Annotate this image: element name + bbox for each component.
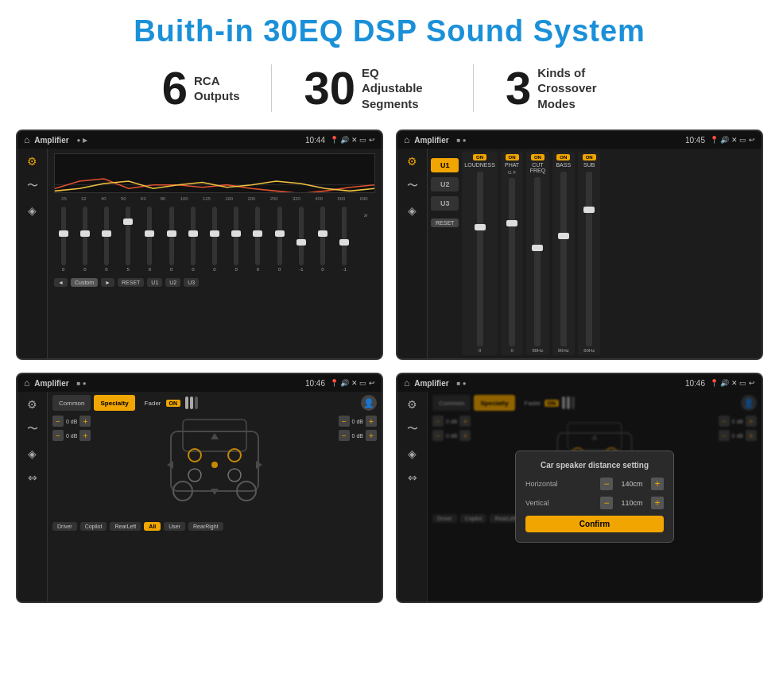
db-plus-3[interactable]: +: [366, 416, 377, 427]
speaker-status-dots: ■ ●: [77, 380, 87, 387]
ch-sub-on[interactable]: ON: [583, 154, 596, 160]
crossover-sidebar-eq-icon[interactable]: ⚙: [407, 155, 417, 168]
tab-row: Common Specialty Fader ON 👤: [52, 395, 377, 411]
dialog-horizontal-control: − 140cm +: [600, 478, 664, 490]
tab-common-btn[interactable]: Common: [52, 395, 91, 411]
dl-sidebar-wave-icon[interactable]: 〜: [407, 422, 418, 436]
db-plus-4[interactable]: +: [366, 430, 377, 441]
eq-slider-2[interactable]: 0: [76, 207, 94, 272]
dl-sidebar-speaker-icon[interactable]: ◈: [408, 447, 417, 460]
dialog-time: 10:46: [685, 379, 705, 388]
ch-cutfreq-on[interactable]: ON: [531, 154, 545, 160]
eq-sidebar-wave-icon[interactable]: 〜: [27, 179, 38, 193]
eq-slider-4[interactable]: 5: [119, 207, 138, 272]
eq-slider-5[interactable]: 0: [141, 207, 159, 272]
dialog-vertical-plus[interactable]: +: [651, 497, 664, 509]
fader-label: Fader: [145, 400, 161, 407]
eq-slider-expand[interactable]: »: [357, 207, 375, 272]
ch-loudness-on[interactable]: ON: [473, 154, 486, 160]
crossover-sidebar-speaker-icon[interactable]: ◈: [408, 204, 417, 217]
eq-bottom-bar: ◄ Custom ► RESET U1 U2 U3: [54, 278, 375, 287]
ch-cutfreq-slider[interactable]: [534, 177, 541, 346]
eq-slider-10[interactable]: 0: [249, 207, 267, 272]
tab-specialty-btn[interactable]: Specialty: [94, 395, 134, 411]
stat-eq: 30 EQ Adjustable Segments: [272, 65, 473, 112]
db-minus-1[interactable]: −: [52, 416, 64, 427]
home-icon[interactable]: ⌂: [24, 134, 29, 145]
eq-u1-btn[interactable]: U1: [147, 278, 162, 287]
dl-sidebar-arrows-icon[interactable]: ⇔: [408, 471, 417, 484]
crossover-sidebar-wave-icon[interactable]: 〜: [407, 179, 418, 193]
crossover-reset-btn[interactable]: RESET: [431, 219, 459, 227]
driver-btn[interactable]: Driver: [52, 522, 77, 531]
db-minus-2[interactable]: −: [52, 430, 64, 441]
fader-sliders: [185, 396, 198, 409]
sp-sidebar-wave-icon[interactable]: 〜: [27, 422, 38, 436]
eq-slider-12[interactable]: -1: [292, 207, 310, 272]
crossover-sidebar: ⚙ 〜 ◈: [397, 149, 428, 358]
speaker-sidebar: ⚙ 〜 ◈ ⇔: [17, 392, 48, 601]
crossover-main-panel: U1 U2 U3 RESET ON LOUDNESS 0 ON: [428, 149, 762, 358]
db-minus-4[interactable]: −: [339, 430, 350, 441]
db-row-4: − 0 dB +: [339, 430, 377, 441]
eq-slider-1[interactable]: 0: [54, 207, 72, 272]
rearleft-btn[interactable]: RearLeft: [110, 522, 141, 531]
db-minus-3[interactable]: −: [339, 416, 350, 427]
u1-button[interactable]: U1: [431, 158, 459, 172]
dialog-vertical-minus[interactable]: −: [600, 497, 613, 509]
dialog-horizontal-minus[interactable]: −: [600, 478, 613, 490]
rearright-btn[interactable]: RearRight: [188, 522, 223, 531]
crossover-screen-card: ⌂ Amplifier ■ ● 10:45 📍 🔊 ✕ ▭ ↩ ⚙ 〜 ◈ U1…: [396, 130, 763, 360]
ch-phat-on[interactable]: ON: [506, 154, 519, 160]
eq-u2-btn[interactable]: U2: [165, 278, 180, 287]
ch-sub-slider[interactable]: [586, 172, 592, 346]
dialog-status-icons: 📍 🔊 ✕ ▭ ↩: [710, 379, 755, 387]
eq-slider-14[interactable]: -1: [335, 207, 354, 272]
user-btn[interactable]: User: [164, 522, 185, 531]
db-row-1: − 0 dB +: [52, 416, 91, 427]
stat-rca-number: 6: [162, 65, 188, 111]
eq-custom-btn[interactable]: Custom: [71, 278, 98, 287]
eq-slider-9[interactable]: 0: [227, 207, 246, 272]
stat-rca-label: RCA Outputs: [194, 73, 240, 104]
db-plus-1[interactable]: +: [79, 416, 91, 427]
crossover-home-icon[interactable]: ⌂: [404, 134, 409, 145]
confirm-button[interactable]: Confirm: [525, 516, 664, 532]
dialog-screen-content: ⚙ 〜 ◈ ⇔ Common Specialty Fader ON 👤: [397, 392, 762, 601]
all-btn[interactable]: All: [144, 522, 161, 531]
dl-sidebar-eq-icon[interactable]: ⚙: [407, 398, 417, 411]
eq-next-btn[interactable]: ►: [101, 278, 114, 287]
dialog-horizontal-plus[interactable]: +: [651, 478, 664, 490]
eq-slider-6[interactable]: 0: [162, 207, 180, 272]
db-plus-2[interactable]: +: [79, 430, 91, 441]
eq-slider-11[interactable]: 0: [270, 207, 289, 272]
db-row-2: − 0 dB +: [52, 430, 91, 441]
u2-button[interactable]: U2: [431, 177, 459, 191]
eq-sidebar-eq-icon[interactable]: ⚙: [27, 155, 37, 168]
u-buttons: U1 U2 U3 RESET: [431, 152, 459, 355]
crossover-time: 10:45: [685, 136, 705, 145]
ch-loudness-slider[interactable]: [477, 172, 483, 346]
ch-bass-slider[interactable]: [560, 172, 567, 346]
eq-reset-btn[interactable]: RESET: [118, 278, 144, 287]
eq-sidebar-speaker-icon[interactable]: ◈: [28, 204, 37, 217]
eq-prev-btn[interactable]: ◄: [54, 278, 68, 287]
copilot-btn[interactable]: Copilot: [80, 522, 107, 531]
eq-slider-3[interactable]: 0: [97, 207, 115, 272]
speaker-home-icon[interactable]: ⌂: [24, 377, 29, 389]
ch-sub: ON SUB 60Hz: [578, 152, 600, 355]
dialog-home-icon[interactable]: ⌂: [404, 377, 409, 389]
u3-button[interactable]: U3: [431, 196, 459, 211]
eq-slider-8[interactable]: 0: [205, 207, 223, 272]
eq-slider-13[interactable]: 0: [313, 207, 331, 272]
dialog-status-dots: ■ ●: [457, 380, 467, 387]
sp-sidebar-speaker-icon[interactable]: ◈: [28, 447, 37, 460]
sp-sidebar-arrows-icon[interactable]: ⇔: [28, 471, 37, 484]
ch-phat-slider[interactable]: [509, 178, 515, 346]
eq-slider-7[interactable]: 0: [184, 207, 202, 272]
profile-icon[interactable]: 👤: [361, 395, 377, 411]
ch-bass-on[interactable]: ON: [556, 154, 570, 160]
sp-sidebar-eq-icon[interactable]: ⚙: [27, 398, 37, 411]
fader-on-badge: ON: [166, 400, 181, 407]
eq-u3-btn[interactable]: U3: [184, 278, 199, 287]
